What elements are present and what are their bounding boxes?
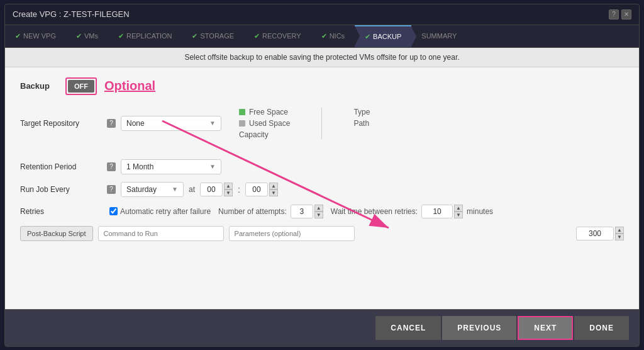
form-area: Backup OFF Optional Target Repository ? … bbox=[5, 67, 639, 309]
target-repository-row: Target Repository ? None ▼ Free Space bbox=[20, 108, 624, 139]
tab-recovery[interactable]: ✔ RECOVERY bbox=[244, 25, 311, 47]
title-bar: Create VPG : Z-TEST-FILEGEN ? ✕ bbox=[5, 4, 639, 25]
run-job-every-row: Run Job Every ? Saturday ▼ at 00 ▲ ▼ : 0… bbox=[20, 182, 624, 197]
repo-info-right: Type Path bbox=[353, 108, 370, 139]
attempts-spinner: 3 ▲ ▼ bbox=[291, 205, 323, 218]
retention-period-help[interactable]: ? bbox=[107, 162, 116, 171]
run-job-day-select[interactable]: Saturday ▼ bbox=[121, 182, 184, 197]
minutes-down-button[interactable]: ▼ bbox=[269, 189, 278, 196]
timeout-spinner-btns: ▲ ▼ bbox=[615, 227, 624, 240]
done-button[interactable]: DONE bbox=[574, 316, 629, 340]
attempts-up-button[interactable]: ▲ bbox=[314, 205, 323, 212]
tab-vms[interactable]: ✔ VMs bbox=[66, 25, 108, 47]
auto-retry-checkbox-label[interactable]: Automatic retry after failure bbox=[109, 207, 211, 216]
tab-storage[interactable]: ✔ STORAGE bbox=[182, 25, 244, 47]
bottom-bar: CANCEL PREVIOUS NEXT DONE bbox=[5, 309, 639, 346]
backup-label: Backup bbox=[20, 81, 58, 91]
free-space-item: Free Space bbox=[239, 108, 290, 116]
retention-period-label: Retention Period bbox=[20, 162, 102, 171]
hours-down-button[interactable]: ▼ bbox=[224, 189, 233, 196]
next-button[interactable]: NEXT bbox=[518, 316, 573, 340]
wait-group: Wait time between retries: 10 ▲ ▼ minute… bbox=[331, 205, 493, 218]
params-input[interactable] bbox=[229, 226, 355, 241]
check-icon: ✔ bbox=[321, 32, 327, 40]
target-repository-help[interactable]: ? bbox=[107, 119, 116, 128]
minutes-input[interactable]: 00 bbox=[245, 183, 268, 196]
retries-row: Retries Automatic retry after failure Nu… bbox=[20, 205, 624, 218]
previous-button[interactable]: PREVIOUS bbox=[442, 316, 516, 340]
chevron-down-icon: ▼ bbox=[209, 120, 216, 127]
wait-down-button[interactable]: ▼ bbox=[454, 212, 463, 218]
minutes-up-button[interactable]: ▲ bbox=[269, 183, 278, 189]
backup-toggle[interactable]: OFF bbox=[68, 80, 94, 93]
backup-toggle-border: OFF bbox=[65, 77, 97, 95]
wait-spinner: 10 ▲ ▼ bbox=[421, 205, 463, 218]
vertical-divider bbox=[321, 108, 322, 139]
minutes-spinner-btns: ▲ ▼ bbox=[269, 183, 278, 196]
hours-spinner: 00 ▲ ▼ bbox=[200, 183, 233, 196]
tab-nics[interactable]: ✔ NICs bbox=[311, 25, 355, 47]
dialog: Create VPG : Z-TEST-FILEGEN ? ✕ ✔ NEW VP… bbox=[4, 4, 640, 347]
chevron-down-icon: ▼ bbox=[172, 186, 178, 193]
target-repository-select[interactable]: None ▼ bbox=[121, 116, 221, 131]
tab-summary[interactable]: SUMMARY bbox=[411, 25, 467, 47]
timeout-down-button[interactable]: ▼ bbox=[615, 234, 624, 240]
retention-period-row: Retention Period ? 1 Month ▼ bbox=[20, 159, 624, 174]
post-backup-script-button[interactable]: Post-Backup Script bbox=[20, 226, 93, 241]
path-item: Path bbox=[353, 119, 370, 128]
run-job-every-help[interactable]: ? bbox=[107, 185, 116, 194]
command-input[interactable] bbox=[98, 226, 224, 241]
attempts-input[interactable]: 3 bbox=[291, 205, 313, 218]
attempts-group: Number of attempts: 3 ▲ ▼ bbox=[218, 205, 323, 218]
retries-label: Retries bbox=[20, 207, 102, 216]
type-item: Type bbox=[353, 108, 370, 116]
optional-label: Optional bbox=[104, 79, 155, 93]
hours-spinner-btns: ▲ ▼ bbox=[224, 183, 233, 196]
check-icon: ✔ bbox=[365, 33, 370, 41]
wait-spinner-btns: ▲ ▼ bbox=[454, 205, 463, 218]
wait-input[interactable]: 10 bbox=[421, 205, 453, 218]
check-icon: ✔ bbox=[76, 32, 82, 40]
close-button[interactable]: ✕ bbox=[621, 9, 631, 20]
free-space-dot bbox=[239, 109, 245, 115]
content-area: Select offsite backup to enable saving t… bbox=[5, 48, 639, 346]
retention-period-select[interactable]: 1 Month ▼ bbox=[121, 159, 221, 174]
minutes-spinner: 00 ▲ ▼ bbox=[245, 183, 278, 196]
spacer bbox=[20, 147, 624, 159]
target-repository-label: Target Repository bbox=[20, 119, 102, 128]
hours-input[interactable]: 00 bbox=[200, 183, 223, 196]
capacity-item: Capacity bbox=[239, 130, 290, 139]
run-job-every-label: Run Job Every bbox=[20, 185, 102, 194]
attempts-down-button[interactable]: ▼ bbox=[314, 212, 323, 218]
timeout-up-button[interactable]: ▲ bbox=[615, 227, 624, 234]
attempts-spinner-btns: ▲ ▼ bbox=[314, 205, 323, 218]
repo-info: Free Space Used Space Capacity T bbox=[239, 108, 624, 139]
check-icon: ✔ bbox=[254, 32, 260, 40]
title-controls: ? ✕ bbox=[609, 9, 631, 20]
check-icon: ✔ bbox=[118, 32, 124, 40]
hours-up-button[interactable]: ▲ bbox=[224, 183, 233, 189]
chevron-down-icon: ▼ bbox=[209, 163, 216, 170]
used-space-dot bbox=[239, 120, 245, 127]
post-backup-row: Post-Backup Script 300 ▲ ▼ bbox=[20, 226, 624, 241]
dialog-title: Create VPG : Z-TEST-FILEGEN bbox=[13, 9, 130, 19]
tab-backup[interactable]: ✔ BACKUP bbox=[355, 25, 411, 47]
wait-up-button[interactable]: ▲ bbox=[454, 205, 463, 212]
cancel-button[interactable]: CANCEL bbox=[375, 316, 441, 340]
auto-retry-checkbox[interactable] bbox=[109, 207, 118, 215]
timeout-spinner: 300 ▲ ▼ bbox=[576, 227, 624, 240]
backup-row: Backup OFF Optional bbox=[20, 77, 624, 95]
at-label: at bbox=[189, 185, 195, 194]
tab-replication[interactable]: ✔ REPLICATION bbox=[108, 25, 182, 47]
info-bar: Select offsite backup to enable saving t… bbox=[5, 48, 639, 67]
tab-new-vpg[interactable]: ✔ NEW VPG bbox=[5, 25, 66, 47]
check-icon: ✔ bbox=[15, 32, 21, 40]
help-button[interactable]: ? bbox=[609, 9, 619, 20]
colon-separator: : bbox=[238, 184, 240, 195]
repo-info-left: Free Space Used Space Capacity bbox=[239, 108, 290, 139]
used-space-item: Used Space bbox=[239, 119, 290, 128]
timeout-input[interactable]: 300 bbox=[576, 227, 614, 240]
wizard-tabs: ✔ NEW VPG ✔ VMs ✔ REPLICATION ✔ STORAGE … bbox=[5, 25, 639, 48]
check-icon: ✔ bbox=[192, 32, 197, 40]
